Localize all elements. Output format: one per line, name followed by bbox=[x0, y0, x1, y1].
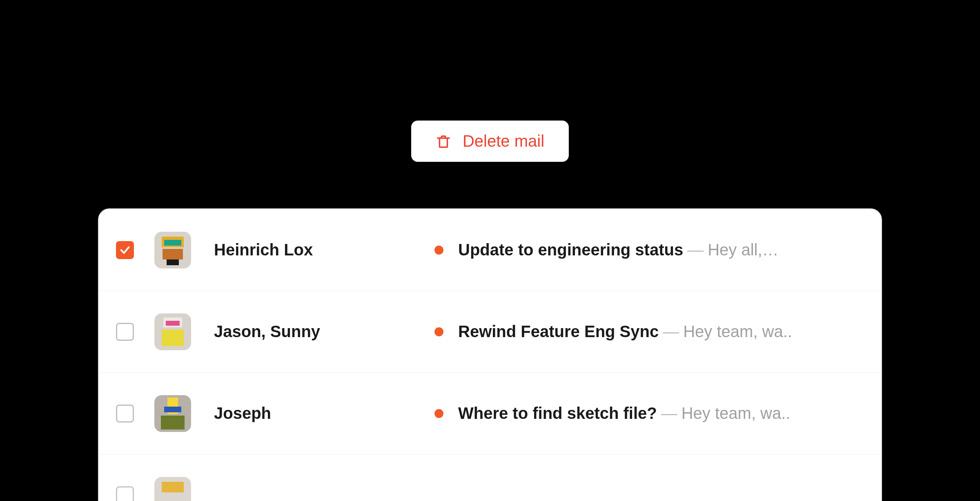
mail-list-panel: Heinrich Lox Update to engineering statu… bbox=[98, 208, 882, 501]
preview: Hey team, wa.. bbox=[682, 404, 791, 423]
checkbox-unchecked[interactable] bbox=[116, 405, 134, 423]
subject: Where to find sketch file? bbox=[458, 404, 657, 423]
avatar bbox=[154, 232, 191, 268]
separator: — bbox=[687, 241, 704, 259]
checkbox-unchecked[interactable] bbox=[116, 486, 134, 501]
sender-name: Jason, Sunny bbox=[214, 322, 434, 341]
avatar bbox=[154, 395, 191, 432]
delete-mail-button[interactable]: Delete mail bbox=[411, 121, 569, 162]
checkbox-checked[interactable] bbox=[116, 241, 134, 259]
preview: Hey team, wa.. bbox=[683, 322, 792, 341]
sender-name: Heinrich Lox bbox=[214, 241, 434, 259]
separator: — bbox=[663, 322, 679, 341]
avatar bbox=[154, 313, 191, 350]
subject-preview: Rewind Feature Eng Sync — Hey team, wa.. bbox=[458, 322, 792, 341]
subject-preview: Where to find sketch file? — Hey team, w… bbox=[458, 404, 790, 423]
mail-row[interactable] bbox=[99, 454, 881, 501]
mail-row[interactable]: Jason, Sunny Rewind Feature Eng Sync — H… bbox=[99, 291, 881, 373]
trash-icon bbox=[436, 134, 451, 149]
preview: Hey all,… bbox=[708, 241, 778, 259]
unread-dot-icon bbox=[434, 246, 443, 255]
avatar bbox=[154, 477, 191, 501]
mail-row[interactable]: Joseph Where to find sketch file? — Hey … bbox=[99, 373, 881, 454]
subject: Rewind Feature Eng Sync bbox=[458, 322, 659, 341]
checkbox-unchecked[interactable] bbox=[116, 323, 134, 341]
mail-row[interactable]: Heinrich Lox Update to engineering statu… bbox=[99, 209, 881, 291]
unread-dot-icon bbox=[434, 327, 443, 336]
subject-preview: Update to engineering status — Hey all,… bbox=[458, 241, 779, 259]
separator: — bbox=[661, 404, 677, 423]
subject: Update to engineering status bbox=[458, 241, 683, 259]
unread-dot-icon bbox=[434, 409, 443, 418]
sender-name: Joseph bbox=[214, 404, 434, 423]
delete-mail-label: Delete mail bbox=[463, 132, 544, 150]
